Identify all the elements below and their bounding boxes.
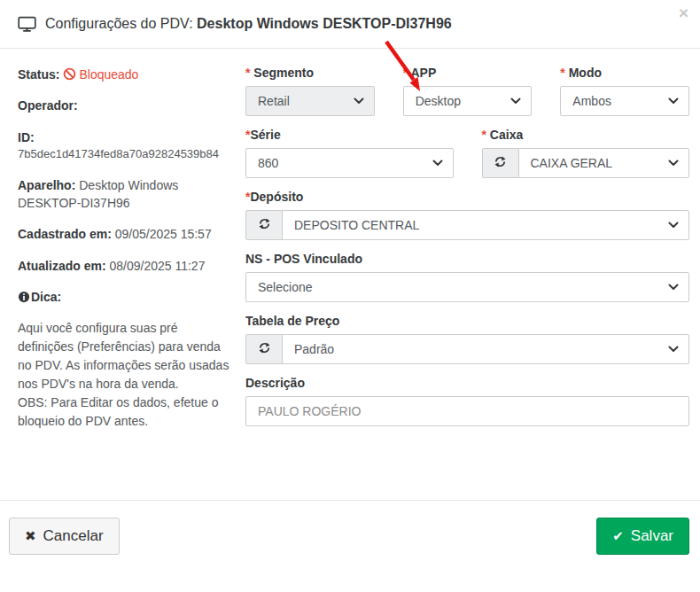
field-serie: *Série 860: [245, 128, 454, 178]
aparelho-row: Aparelho: Desktop Windows DESKTOP-DI37H9…: [18, 176, 235, 213]
segmento-selected-value: Retail: [258, 94, 290, 108]
chevron-down-icon: [668, 346, 679, 353]
required-marker: *: [560, 66, 568, 80]
descricao-input[interactable]: [245, 396, 689, 426]
form-row-2: *Série 860 * Caixa CAIXA GERAL: [245, 128, 689, 178]
dica-heading: Dica:: [18, 288, 235, 306]
form-row-6: Descrição: [245, 376, 689, 426]
chevron-down-icon: [668, 222, 679, 229]
x-icon: ✖: [25, 527, 36, 545]
dica-paragraph: Aqui você configura suas pré definições …: [18, 319, 235, 393]
app-label: * APP: [403, 66, 533, 80]
form-row-4: NS - POS Vinculado Selecione: [245, 252, 689, 302]
modo-selected-value: Ambos: [572, 94, 611, 108]
operador-label: Operador:: [18, 98, 78, 113]
aparelho-label: Aparelho:: [18, 178, 75, 192]
id-label: ID:: [18, 129, 235, 146]
dica-label: Dica:: [31, 290, 61, 304]
modal-body: Status: Bloqueado Operador: ID: 7b5dec1d…: [0, 49, 700, 500]
caixa-input-group: CAIXA GERAL: [482, 148, 690, 178]
required-marker: *: [482, 128, 490, 142]
ns-pos-selected-value: Selecione: [258, 280, 313, 294]
required-marker: *: [403, 66, 411, 80]
atualizado-row: Atualizado em: 08/09/2025 11:27: [18, 257, 235, 275]
cancel-button-label: Cancelar: [43, 526, 104, 546]
status-badge: Bloqueado: [79, 67, 138, 82]
caixa-refresh-button[interactable]: [482, 148, 519, 178]
refresh-icon: [259, 342, 270, 356]
atualizado-value: 08/09/2025 11:27: [109, 259, 205, 273]
field-ns-pos: NS - POS Vinculado Selecione: [245, 252, 689, 302]
caixa-label: * Caixa: [482, 128, 690, 142]
info-icon: [18, 291, 30, 303]
form-row-3: *Depósito DEPOSITO CENTRAL: [245, 190, 689, 240]
check-icon: ✔: [612, 527, 624, 545]
tabela-preco-selected-value: Padrão: [294, 342, 334, 356]
close-icon[interactable]: ×: [679, 4, 688, 21]
deposito-label: *Depósito: [245, 190, 689, 204]
cadastrado-value: 09/05/2025 15:57: [115, 227, 212, 241]
form-row-1: * Segmento Retail * APP Desktop * Modo: [245, 66, 689, 116]
chevron-down-icon: [668, 284, 679, 291]
info-sidebar: Status: Bloqueado Operador: ID: 7b5dec1d…: [18, 66, 235, 500]
field-app: * APP Desktop: [403, 66, 533, 116]
monitor-icon: [18, 16, 36, 33]
field-descricao: Descrição: [245, 376, 689, 426]
pdv-form: * Segmento Retail * APP Desktop * Modo: [245, 66, 689, 500]
modal-header: Configurações do PDV: Desktop Windows DE…: [0, 0, 700, 49]
cadastrado-row: Cadastrado em: 09/05/2025 15:57: [18, 225, 235, 243]
segmento-label: * Segmento: [245, 66, 375, 80]
status-row: Status: Bloqueado: [18, 66, 235, 83]
tabela-preco-refresh-button[interactable]: [245, 334, 283, 364]
deposito-select[interactable]: DEPOSITO CENTRAL: [282, 210, 689, 240]
pdv-config-modal: Configurações do PDV: Desktop Windows DE…: [0, 0, 700, 592]
chevron-down-icon: [668, 160, 679, 167]
save-button[interactable]: ✔Salvar: [596, 518, 689, 555]
descricao-label: Descrição: [245, 376, 689, 390]
field-caixa: * Caixa CAIXA GERAL: [482, 128, 690, 178]
segmento-select[interactable]: Retail: [245, 86, 375, 116]
required-marker: *: [245, 66, 253, 80]
field-deposito: *Depósito DEPOSITO CENTRAL: [245, 190, 689, 240]
refresh-icon: [259, 218, 270, 232]
dica-text: Aqui você configura suas pré definições …: [18, 319, 235, 431]
cancel-button[interactable]: ✖Cancelar: [9, 518, 120, 555]
form-row-5: Tabela de Preço Padrão: [245, 314, 689, 364]
deposito-refresh-button[interactable]: [245, 210, 283, 240]
modal-title-prefix: Configurações do PDV:: [45, 16, 193, 31]
modal-title-device: Desktop Windows DESKTOP-DI37H96: [197, 16, 452, 31]
chevron-down-icon: [668, 97, 679, 105]
tabela-preco-select[interactable]: Padrão: [282, 334, 689, 364]
field-tabela-preco: Tabela de Preço Padrão: [245, 314, 689, 364]
deposito-input-group: DEPOSITO CENTRAL: [245, 210, 689, 240]
operador-row: Operador:: [18, 97, 235, 114]
app-selected-value: Desktop: [416, 94, 461, 108]
tabela-preco-input-group: Padrão: [245, 334, 689, 364]
serie-select[interactable]: 860: [245, 148, 454, 178]
caixa-select[interactable]: CAIXA GERAL: [518, 148, 690, 178]
caixa-selected-value: CAIXA GERAL: [531, 156, 613, 170]
serie-label: *Série: [245, 128, 454, 142]
status-label: Status:: [18, 67, 59, 82]
app-select[interactable]: Desktop: [403, 86, 533, 116]
deposito-selected-value: DEPOSITO CENTRAL: [294, 218, 419, 232]
chevron-down-icon: [510, 97, 521, 105]
modal-title: Configurações do PDV: Desktop Windows DE…: [45, 16, 452, 32]
modal-footer: ✖Cancelar ✔Salvar: [0, 500, 700, 592]
modo-select[interactable]: Ambos: [560, 86, 689, 116]
tabela-preco-label: Tabela de Preço: [245, 314, 689, 328]
id-row: ID: 7b5dec1d41734fed8a70a92824539b84: [18, 129, 235, 163]
cadastrado-label: Cadastrado em:: [18, 227, 112, 241]
chevron-down-icon: [354, 97, 364, 105]
ns-pos-select[interactable]: Selecione: [245, 272, 689, 302]
chevron-down-icon: [432, 160, 443, 167]
field-modo: * Modo Ambos: [560, 66, 689, 116]
modo-label: * Modo: [560, 66, 689, 80]
serie-selected-value: 860: [258, 156, 278, 170]
id-value: 7b5dec1d41734fed8a70a92824539b84: [18, 146, 235, 163]
ban-icon: [63, 67, 76, 81]
ns-pos-label: NS - POS Vinculado: [245, 252, 689, 266]
dica-obs: OBS: Para Editar os dados, efetue o bloq…: [18, 393, 235, 431]
atualizado-label: Atualizado em:: [18, 259, 106, 273]
field-segmento: * Segmento Retail: [245, 66, 375, 116]
